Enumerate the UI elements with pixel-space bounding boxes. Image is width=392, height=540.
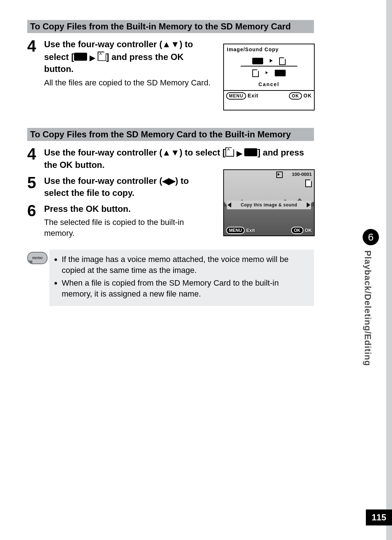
- lcd-ok: OKOK: [289, 92, 312, 100]
- sd-card-icon: [225, 147, 234, 157]
- step-4b: 4 Use the four-way controller (▲▼) to se…: [27, 146, 314, 171]
- lcd-menu-exit: MENUExit: [226, 92, 258, 100]
- chapter-number: 6: [363, 229, 379, 245]
- chapter-tab: 6 Playback/Deleting/Editing: [363, 229, 379, 366]
- step-title: Use the four-way controller (◀▶) to sele…: [44, 175, 204, 199]
- section-heading-1: To Copy Files from the Built-in Memory t…: [27, 20, 314, 33]
- step-number: 6: [27, 203, 36, 219]
- arrow-right-icon: [307, 202, 310, 207]
- internal-memory-icon: [74, 53, 87, 61]
- arrow-left-icon: [228, 202, 231, 207]
- lcd-option-row: [224, 55, 314, 67]
- sd-card-icon: [279, 57, 286, 65]
- memo-item: When a file is copied from the SD Memory…: [62, 278, 309, 299]
- chapter-title: Playback/Deleting/Editing: [363, 250, 373, 366]
- arrow-right-icon: [266, 71, 268, 74]
- lcd-copy-image: 100-0001 Copy this image & sound MENUExi…: [223, 169, 315, 236]
- internal-memory-icon: [244, 148, 257, 156]
- lcd-copy-band: Copy this image & sound: [227, 201, 311, 209]
- memo-icon: memo: [27, 250, 47, 268]
- arrow-right-icon: ▶: [90, 53, 95, 63]
- step-number: 4: [27, 38, 36, 54]
- step-title: Use the four-way controller (▲▼) to sele…: [44, 146, 314, 171]
- sd-card-icon: [305, 180, 312, 187]
- internal-memory-icon: [275, 70, 286, 76]
- step-title: Use the four-way controller (▲▼) to sele…: [44, 38, 204, 75]
- lcd-title: Image/Sound Copy: [224, 44, 314, 53]
- lcd-ok: OKOK: [291, 227, 312, 234]
- file-number: 100-0001: [292, 172, 312, 177]
- section-heading-2: To Copy Files from the SD Memory Card to…: [27, 128, 314, 141]
- play-icon: [276, 172, 283, 178]
- page-number: 115: [366, 509, 392, 525]
- lcd-option-row: [224, 69, 314, 76]
- lcd-menu-exit: MENUExit: [226, 227, 255, 234]
- sd-card-icon: [252, 69, 259, 77]
- internal-memory-icon: [252, 58, 263, 64]
- lcd-image-sound-copy: Image/Sound Copy Cancel MENUExit OKOK: [223, 44, 315, 110]
- lcd-cancel: Cancel: [224, 81, 314, 87]
- step-number: 5: [27, 175, 36, 191]
- memo-content: If the image has a voice memo attached, …: [49, 250, 314, 306]
- sd-card-icon: [98, 52, 106, 61]
- sidebar-stripe: [386, 0, 392, 540]
- memo-block: memo If the image has a voice memo attac…: [27, 250, 314, 306]
- arrow-right-icon: ▶: [237, 148, 242, 158]
- step-description: The selected file is copied to the built…: [44, 217, 204, 238]
- memo-item: If the image has a voice memo attached, …: [62, 254, 309, 275]
- step-number: 4: [27, 146, 36, 162]
- arrow-right-icon: [270, 59, 273, 63]
